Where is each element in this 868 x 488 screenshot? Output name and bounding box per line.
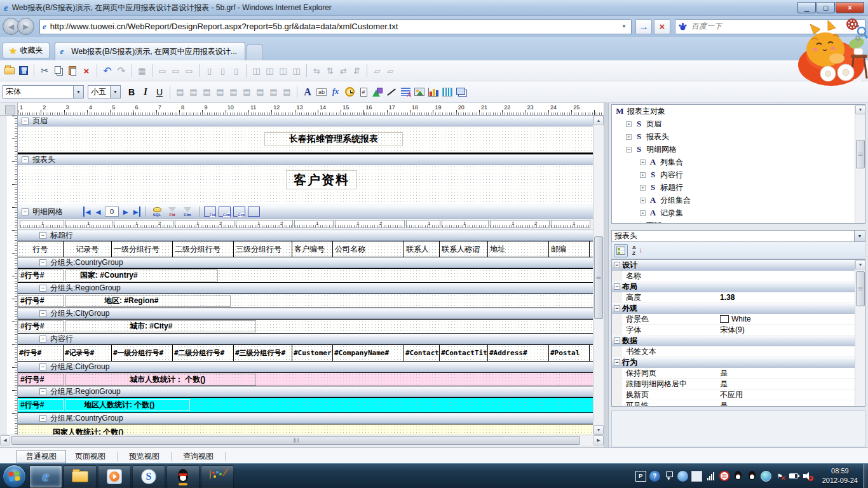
format-tool-icon[interactable]: ▯ [229, 64, 243, 78]
format-tool-icon[interactable]: ▤ [267, 85, 280, 98]
property-scrollbar[interactable]: ▲ ▼ [855, 260, 865, 406]
row-number-cell[interactable]: #行号# [18, 269, 64, 281]
collapse-icon[interactable]: − [39, 285, 46, 292]
address-field[interactable]: e http://www.tuowei.cn/WebReport/DesignR… [39, 19, 632, 34]
design-vertical-scrollbar[interactable]: ▲ ▼ [593, 116, 604, 435]
tab-query-view[interactable]: 查询视图 [174, 450, 222, 463]
scroll-left-icon[interactable]: ◀ [0, 435, 10, 445]
expand-icon[interactable]: + [640, 159, 646, 165]
scroll-thumb[interactable] [594, 236, 603, 319]
insert-pagenumber-icon[interactable]: # [356, 85, 370, 99]
format-tool-icon[interactable]: ▤ [214, 85, 227, 98]
collapse-icon[interactable]: − [614, 337, 620, 344]
scroll-down-icon[interactable]: ▼ [855, 260, 865, 269]
tab-page-view[interactable]: 页面视图 [66, 450, 114, 463]
collapse-icon[interactable]: − [22, 156, 29, 163]
property-row-font[interactable]: 字体宋体(9) [612, 325, 855, 336]
field-cell[interactable]: #三级分组行号# [234, 345, 292, 361]
taskbar-sogou-button[interactable]: S [132, 465, 165, 488]
collapse-icon[interactable]: − [39, 415, 46, 422]
show-desktop-button[interactable] [863, 464, 868, 488]
format-tool-icon[interactable]: ▭ [156, 64, 169, 78]
format-tool-icon[interactable]: ▱ [384, 64, 397, 78]
panel-splitter[interactable] [604, 103, 609, 447]
column-header-cell[interactable]: 邮编 [549, 241, 590, 257]
sql-connection-icon[interactable]: SQL [150, 207, 164, 217]
tree-item-report-header[interactable]: + S 报表头 [612, 130, 865, 143]
format-tool-icon[interactable]: ▦ [135, 64, 149, 78]
format-tool-icon[interactable]: ▭ [182, 64, 196, 78]
insert-line-icon[interactable] [384, 85, 398, 99]
column-filter-icon[interactable]: Clm [180, 207, 194, 217]
tree-item-column-set[interactable]: + A 列集合 [612, 156, 865, 168]
country-group-cell[interactable]: 国家: #Country# [65, 269, 218, 281]
property-row-center-with-grid[interactable]: 跟随明细网格居中是 [612, 379, 855, 390]
previous-record-button[interactable]: ◀ [93, 207, 104, 217]
expand-icon[interactable]: + [640, 198, 646, 203]
stop-button[interactable]: × [654, 19, 670, 34]
first-record-button[interactable]: ◀ [83, 207, 92, 217]
insert-shape-icon[interactable] [370, 85, 384, 99]
column-header-cell[interactable]: 地址 [488, 241, 549, 257]
column-header-cell[interactable]: 记录号 [64, 241, 112, 257]
tray-qq2-icon[interactable] [747, 471, 757, 482]
tray-battery-icon[interactable] [789, 471, 799, 482]
country-count-cell[interactable]: 国家人数统计: 个数() [51, 426, 125, 435]
band-bar-group-foot-country[interactable]: − 分组尾:CountryGroup [18, 413, 593, 424]
property-row-height[interactable]: 高度1.38 [612, 292, 855, 303]
bold-button[interactable]: B [125, 85, 139, 99]
format-tool-icon[interactable]: ◫ [276, 64, 290, 78]
property-row-name[interactable]: 名称 [612, 271, 855, 281]
undo-icon[interactable]: ↶ [100, 64, 114, 78]
taskbar-qq-button[interactable] [166, 465, 200, 488]
favorites-button[interactable]: ★ 收藏夹 [3, 43, 50, 58]
tray-ime-icon[interactable] [691, 471, 702, 482]
expand-icon[interactable]: + [640, 210, 646, 216]
scroll-down-icon[interactable]: ▼ [593, 425, 604, 435]
property-row-keep-together[interactable]: 保持同页是 [612, 368, 855, 379]
font-family-select[interactable]: 宋体 ▼ [3, 85, 84, 98]
property-group-data[interactable]: −数据 [612, 336, 855, 346]
expand-icon[interactable]: + [640, 185, 646, 191]
property-row-bookmark[interactable]: 书签文本 [612, 346, 855, 357]
open-report-icon[interactable] [3, 64, 17, 78]
field-cell[interactable]: #Address# [488, 345, 549, 361]
property-group-appearance[interactable]: −外观 [612, 303, 855, 314]
row-number-cell[interactable]: #行号# [18, 374, 64, 386]
taskbar-ie-button[interactable]: e [29, 465, 62, 488]
taskbar-explorer-button[interactable] [64, 465, 97, 488]
new-tab-stub[interactable] [247, 44, 263, 60]
taskbar-paint-button[interactable] [201, 465, 234, 488]
column-header-cell[interactable]: 行号 [18, 241, 64, 257]
paste-icon[interactable] [65, 64, 79, 78]
property-group-layout[interactable]: −布局 [612, 281, 855, 292]
collapse-icon[interactable]: − [39, 232, 46, 239]
scroll-up-icon[interactable]: ▲ [593, 116, 604, 125]
format-tool-icon[interactable]: ▯ [203, 64, 216, 78]
insert-textbox-icon[interactable]: ab [315, 85, 329, 99]
tree-item-recordset[interactable]: + A 记录集 [612, 207, 865, 219]
scroll-down-icon[interactable]: ▼ [855, 105, 865, 114]
column-header-cell[interactable]: 三级分组行号 [234, 241, 292, 257]
band-bar-group-head-region[interactable]: − 分组头:RegionGroup [18, 283, 593, 294]
delete-icon[interactable]: × [79, 64, 93, 78]
expand-icon[interactable]: + [626, 223, 632, 224]
dropdown-icon[interactable]: ▼ [854, 231, 865, 241]
format-tool-icon[interactable]: ▯ [216, 64, 229, 78]
tree-scrollbar[interactable]: ▲ ▼ [855, 105, 865, 223]
collapse-icon[interactable]: − [614, 305, 620, 311]
property-row-new-page[interactable]: 换新页不应用 [612, 390, 855, 400]
scroll-right-icon[interactable]: ▶ [593, 435, 604, 445]
tab-preview-view[interactable]: 预览视图 [120, 450, 168, 463]
format-tool-icon[interactable]: ▤ [187, 85, 200, 98]
format-tool-icon[interactable]: ▭ [169, 64, 182, 78]
collapse-icon[interactable]: − [626, 147, 632, 152]
field-cell[interactable]: #CompanyName# [333, 345, 404, 361]
redo-icon[interactable]: ↷ [114, 64, 128, 78]
page-header-band[interactable]: 长春拓维管理系统报表 [18, 126, 593, 154]
taskbar-mediaplayer-button[interactable] [98, 465, 131, 488]
row-number-cell[interactable]: #行号# [18, 295, 64, 307]
plain-grid-icon[interactable] [248, 207, 260, 217]
collapse-icon[interactable]: − [39, 336, 46, 342]
tray-messenger-icon[interactable] [677, 471, 688, 482]
